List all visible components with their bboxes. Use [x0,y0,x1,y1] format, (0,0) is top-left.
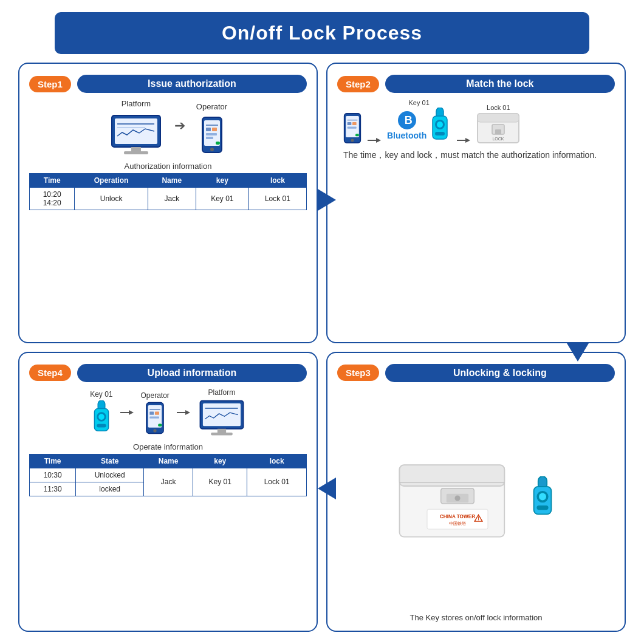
auth-table: Time Operation Name key lock 10:2014:20 … [29,173,307,210]
step3-lockbox-large: CHINA TOWER 中国铁塔 [397,453,518,544]
step3-card: Step3 Unlocking & locking [326,352,626,632]
svg-marker-38 [567,343,589,361]
svg-point-18 [351,139,354,142]
step4-to-step3-arrow [318,478,336,499]
auth-lock: Lock 01 [248,188,306,210]
page: On/off Lock Process Step1 Issue authoriz… [0,0,644,644]
step2-keyfob-icon [429,108,451,144]
step1-auth-table-wrap: Authorization information Time Operation… [29,162,307,210]
step2-to-step3-arrow [567,343,589,361]
step1-content: Platform [29,99,307,210]
auth-time: 10:2014:20 [30,188,75,210]
step2-key-label: Key 01 [409,99,430,106]
svg-rect-11 [212,128,217,131]
svg-marker-25 [376,138,381,143]
auth-col-key: key [196,174,248,188]
svg-point-29 [437,122,443,128]
step4-card: Step4 Upload information Key 01 [18,352,318,632]
step4-table: Time State Name key lock 10:30 Unlocked [29,454,307,496]
step2-lock-label: Lock 01 [487,104,510,111]
step4-badge: Step4 [29,365,71,381]
auth-operation: Unlock [75,188,148,210]
svg-rect-5 [124,151,148,154]
step4-time-1: 10:30 [30,468,76,482]
svg-rect-14 [216,142,220,145]
svg-point-48 [154,429,157,432]
auth-key: Key 01 [196,188,248,210]
step1-arrow: ➔ [174,118,185,134]
step1-devices-row: Platform [109,99,227,157]
svg-text:CHINA TOWER: CHINA TOWER [439,513,474,519]
svg-marker-15 [318,189,336,211]
step3-content: CHINA TOWER 中国铁塔 The Ke [337,388,615,623]
step4-name-1: Jack [144,468,193,496]
step4-arrow2 [177,409,190,416]
step4-col-lock: lock [247,454,307,468]
svg-rect-22 [348,127,357,129]
svg-rect-21 [352,122,357,125]
svg-marker-45 [129,410,134,415]
step1-card: Step1 Issue authorization Platform [18,63,318,343]
step4-col-time: Time [30,454,76,468]
step3-keyfob-icon [529,476,556,520]
step3-header: Step3 Unlocking & locking [337,364,615,382]
step4-state-1: Unlocked [76,468,144,482]
step4-monitor-icon [197,399,246,437]
step1-badge: Step1 [29,76,71,92]
step2-phone-icon [343,112,361,144]
svg-point-76 [539,493,546,500]
step2-content: Key 01 B Bluetooth [337,99,615,162]
step1-title: Issue authorization [148,78,236,89]
step4-devices-row: Key 01 [90,388,246,437]
step4-title-bg: Upload information [77,364,307,382]
step3-title-bg: Unlocking & locking [385,364,615,382]
step1-title-bg: Issue authorization [77,75,307,93]
svg-rect-43 [97,423,106,427]
step2-header: Step2 Match the lock [337,75,615,93]
svg-rect-53 [158,423,162,426]
monitor-icon [109,113,163,157]
svg-rect-12 [206,133,217,135]
step4-table-wrap: Operate information Time State Name key … [29,442,307,496]
step4-key-col: Key 01 [90,390,112,436]
svg-rect-30 [435,132,445,135]
step4-operator-label: Operator [141,391,170,400]
title-bar: On/off Lock Process [55,12,589,54]
page-title: On/off Lock Process [67,22,577,44]
step4-operate-info-label: Operate information [29,442,307,451]
step4-key-1: Key 01 [193,468,247,496]
phone-icon [201,116,223,154]
svg-rect-10 [206,128,211,131]
step2-devices: Key 01 B Bluetooth [337,99,615,144]
auth-table-header-row: Time Operation Name key lock [30,174,307,188]
step4-content: Key 01 [29,388,307,496]
step4-platform-col: Platform [197,388,246,437]
step4-key-label: Key 01 [90,390,112,399]
step3-footer-text: The Key stores on/off lock information [410,613,543,622]
step4-header-row: Time State Name key lock [30,454,307,468]
bluetooth-text: Bluetooth [387,131,426,140]
svg-rect-36 [495,129,501,134]
svg-rect-77 [536,505,548,510]
svg-point-8 [210,148,214,151]
step4-operator-col: Operator [141,391,170,434]
svg-rect-23 [355,134,359,136]
auth-col-operation: Operation [75,174,148,188]
auth-col-name: Name [148,174,196,188]
step2-arrow1 [368,137,381,144]
step4-arrow1 [120,409,134,416]
step4-lock-1: Lock 01 [247,468,307,496]
bluetooth-icon: B [398,111,416,129]
step4-col-key: key [193,454,247,468]
step2-lockbox-icon: LOCK [476,112,520,144]
svg-marker-61 [318,478,336,499]
svg-point-42 [98,414,104,420]
auth-col-lock: lock [248,174,306,188]
step4-phone-icon [145,402,165,434]
step4-time-2: 11:30 [30,482,76,496]
svg-rect-51 [155,411,159,414]
step2-title: Match the lock [466,78,533,89]
step2-badge: Step2 [337,76,379,92]
step4-keyfob-icon [91,400,112,436]
svg-rect-4 [131,147,141,151]
